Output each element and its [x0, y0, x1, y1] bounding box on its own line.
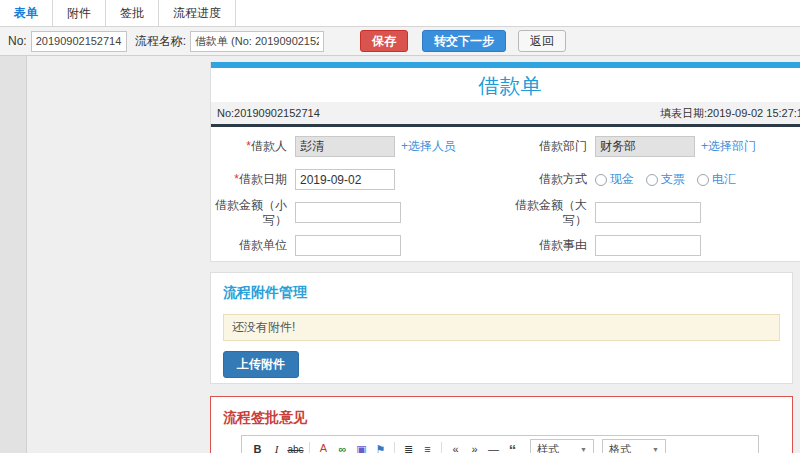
radio-icon: [595, 174, 607, 186]
toolbar-separator: [441, 442, 442, 453]
upload-attachment-button[interactable]: 上传附件: [223, 351, 299, 378]
borrow-method-field: 现金 支票 电汇: [595, 171, 800, 188]
image-icon[interactable]: ▣: [352, 440, 371, 453]
process-name-input[interactable]: [190, 31, 324, 52]
anchor-flag-icon[interactable]: ⚑: [371, 440, 390, 453]
form-row-borrower: *借款人 +选择人员 借款部门 +选择部门: [211, 130, 800, 163]
amount-upper-input[interactable]: [595, 202, 701, 223]
radio-wire[interactable]: 电汇: [697, 171, 736, 188]
tab-bar: 表单 附件 签批 流程进度: [0, 0, 800, 27]
page-background: 借款单 No:20190902152714 填表日期:2019-09-02 15…: [0, 56, 800, 453]
bold-icon[interactable]: B: [248, 440, 267, 453]
app-window: 表单 附件 签批 流程进度 No: 流程名称: 保存 转交下一步 返回 借款单 …: [0, 0, 800, 453]
numbered-list-icon[interactable]: ≣: [399, 440, 418, 453]
rich-text-editor: B I abc A ∞ ▣ ⚑ ≣ ≡ « » — “: [241, 435, 759, 453]
reason-field: [595, 235, 800, 256]
forward-next-step-button[interactable]: 转交下一步: [422, 30, 506, 52]
tab-process-progress[interactable]: 流程进度: [158, 0, 236, 26]
indent-icon[interactable]: »: [465, 440, 484, 453]
select-person-link[interactable]: +选择人员: [401, 139, 456, 153]
radio-check[interactable]: 支票: [646, 171, 685, 188]
tab-attachments[interactable]: 附件: [52, 0, 105, 26]
tab-approval[interactable]: 签批: [105, 0, 158, 26]
borrower-field: +选择人员: [295, 136, 507, 157]
amount-lower-label: 借款金额（小写）: [211, 198, 295, 228]
format-dropdown-label: 格式: [609, 442, 631, 453]
loan-form-panel: 借款单 No:20190902152714 填表日期:2019-09-02 15…: [210, 62, 800, 262]
chevron-down-icon: ▼: [580, 446, 587, 453]
form-row-unit-reason: 借款单位 借款事由: [211, 229, 800, 262]
form-no-text: No:20190902152714: [217, 107, 320, 119]
unit-label: 借款单位: [211, 238, 295, 253]
attachments-heading: 流程附件管理: [211, 273, 792, 306]
form-title: 借款单: [211, 68, 800, 102]
text-color-icon[interactable]: A: [314, 441, 333, 453]
chevron-down-icon: ▼: [652, 446, 659, 453]
bulleted-list-icon[interactable]: ≡: [418, 440, 437, 453]
radio-icon: [697, 174, 709, 186]
format-dropdown[interactable]: 格式 ▼: [602, 439, 666, 453]
link-icon[interactable]: ∞: [333, 440, 352, 453]
department-field: +选择部门: [595, 136, 800, 157]
amount-upper-field: [595, 202, 800, 223]
blockquote-icon[interactable]: “: [503, 440, 522, 453]
editor-toolbar: B I abc A ∞ ▣ ⚑ ≣ ≡ « » — “: [242, 436, 758, 453]
back-button[interactable]: 返回: [518, 30, 566, 52]
radio-cash[interactable]: 现金: [595, 171, 634, 188]
left-sidebar-strip: [0, 56, 27, 453]
toolbar-separator: [394, 442, 395, 453]
no-label: No:: [8, 34, 27, 48]
radio-icon: [646, 174, 658, 186]
borrower-label: *借款人: [211, 139, 295, 154]
strikethrough-icon[interactable]: abc: [286, 440, 305, 453]
no-attachments-message: 还没有附件!: [223, 314, 780, 341]
tab-form[interactable]: 表单: [0, 0, 52, 26]
toolbar: No: 流程名称: 保存 转交下一步 返回: [0, 27, 800, 56]
form-subheader: No:20190902152714 填表日期:2019-09-02 15:27:…: [211, 102, 800, 124]
reason-input[interactable]: [595, 235, 701, 256]
style-dropdown[interactable]: 样式 ▼: [530, 439, 594, 453]
form-row-date-method: *借款日期 借款方式 现金 支票 电汇: [211, 163, 800, 196]
amount-lower-input[interactable]: [295, 202, 401, 223]
no-input[interactable]: [31, 31, 127, 52]
italic-icon[interactable]: I: [267, 440, 286, 453]
form-row-amount: 借款金额（小写） 借款金额（大写）: [211, 196, 800, 229]
unit-input[interactable]: [295, 235, 401, 256]
style-dropdown-label: 样式: [537, 442, 559, 453]
form-date-text: 填表日期:2019-09-02 15:27:1: [660, 106, 800, 121]
horizontal-rule-icon[interactable]: —: [484, 440, 503, 453]
attachments-panel: 流程附件管理 还没有附件! 上传附件: [210, 272, 793, 384]
department-input[interactable]: [595, 136, 695, 157]
process-name-label: 流程名称:: [135, 33, 186, 50]
save-button[interactable]: 保存: [360, 30, 408, 52]
toolbar-separator: [309, 442, 310, 453]
loan-form-grid: *借款人 +选择人员 借款部门 +选择部门 *借款日期 借款方式: [211, 127, 800, 262]
borrow-date-field: [295, 169, 507, 190]
amount-upper-label: 借款金额（大写）: [507, 198, 595, 228]
department-label: 借款部门: [507, 139, 595, 154]
select-department-link[interactable]: +选择部门: [701, 139, 756, 153]
borrow-date-label: *借款日期: [211, 172, 295, 187]
unit-field: [295, 235, 507, 256]
outdent-icon[interactable]: «: [446, 440, 465, 453]
approval-heading: 流程签批意见: [211, 397, 792, 435]
reason-label: 借款事由: [507, 238, 595, 253]
borrower-input[interactable]: [295, 136, 395, 157]
amount-lower-field: [295, 202, 507, 223]
borrow-date-input[interactable]: [295, 169, 395, 190]
approval-comments-panel: 流程签批意见 B I abc A ∞ ▣ ⚑ ≣ ≡ « »: [210, 396, 793, 453]
borrow-method-label: 借款方式: [507, 172, 595, 187]
